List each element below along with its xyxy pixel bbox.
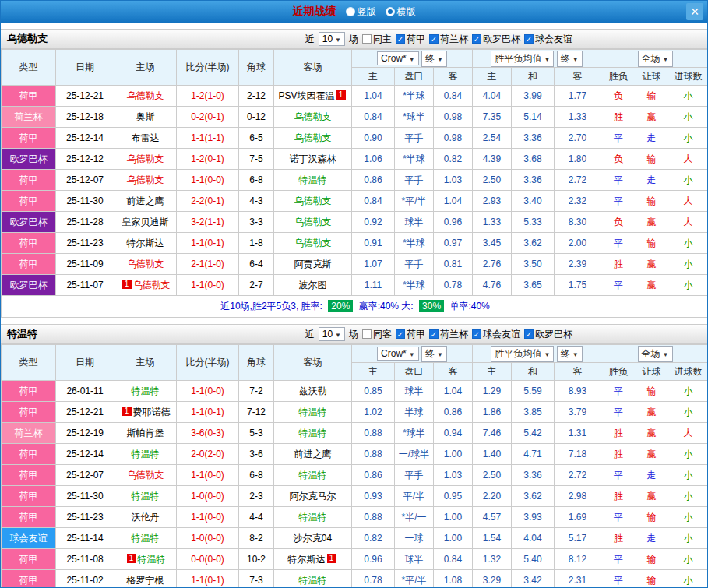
same-venue-filter[interactable]: 同主 — [362, 33, 392, 46]
bookmaker-select[interactable]: Crow*▼ — [377, 347, 419, 361]
home-team-name: 乌德勒支 — [133, 280, 171, 290]
ah-home-odds: 1.07 — [352, 254, 395, 275]
final-odds-select-2[interactable]: 终▼ — [557, 346, 583, 362]
fullmatch-select[interactable]: 全场▼ — [638, 346, 673, 362]
ah-line: 平/半 — [395, 486, 434, 507]
eu-draw-odds: 3.85 — [512, 402, 555, 423]
checkbox-checked-icon[interactable] — [472, 329, 481, 339]
league-filter[interactable]: 荷兰杯 — [429, 33, 468, 46]
col-header-eu-draw: 和 — [512, 363, 555, 381]
checkbox-checked-icon[interactable] — [524, 34, 534, 44]
layout-radio-vertical-label: 竖版 — [358, 5, 376, 19]
ah-away-odds: 0.81 — [434, 254, 473, 275]
date-cell: 25-12-14 — [56, 444, 114, 465]
ah-line: 球半 — [395, 381, 434, 402]
ah-away-odds: 0.78 — [434, 275, 473, 296]
chevron-down-icon: ▼ — [663, 351, 669, 358]
col-header-eu-away: 客 — [555, 68, 601, 86]
bookmaker-select[interactable]: Crow*▼ — [377, 51, 419, 65]
league-filter[interactable]: 球会友谊 — [524, 33, 572, 46]
away-cell: 波尔图 — [274, 275, 352, 296]
ah-home-odds: 0.91 — [352, 233, 395, 254]
final-odds-select-2[interactable]: 终▼ — [557, 51, 583, 67]
eu-away-odds: 2.98 — [555, 486, 601, 507]
away-team-name: 阿贾克斯 — [294, 259, 332, 269]
league-filter-label: 欧罗巴杯 — [483, 33, 520, 46]
checkbox-checked-icon[interactable] — [396, 34, 405, 44]
chevron-down-icon: ▼ — [572, 56, 579, 63]
checkbox-icon[interactable] — [362, 329, 372, 339]
date-cell: 25-11-14 — [56, 528, 114, 549]
checkbox-checked-icon[interactable] — [429, 34, 439, 44]
goals-result-cell: 大 — [667, 149, 708, 170]
final-odds-select[interactable]: 终▼ — [421, 51, 447, 67]
handicap-result-cell: 输 — [636, 570, 667, 588]
league-cell: 荷兰杯 — [2, 107, 56, 128]
close-button[interactable]: ✕ — [686, 3, 703, 20]
layout-radio-horizontal[interactable]: 横版 — [386, 5, 416, 19]
same-venue-filter[interactable]: 同客 — [362, 328, 392, 341]
layout-radio-vertical[interactable]: 竖版 — [346, 5, 376, 19]
league-cell: 欧罗巴杯 — [2, 212, 56, 233]
away-cell: 特温特 — [274, 170, 352, 191]
popup-title: 近期战绩 — [293, 5, 336, 19]
score-cell: 0-0(0-0) — [177, 549, 239, 570]
league-filter[interactable]: 荷甲 — [396, 33, 425, 46]
league-filter-label: 欧罗巴杯 — [535, 328, 572, 341]
europe-mean-select[interactable]: 胜平负均值▼ — [491, 51, 554, 67]
checkbox-checked-icon[interactable] — [429, 329, 439, 339]
league-cell: 荷兰杯 — [2, 423, 56, 444]
league-filter[interactable]: 欧罗巴杯 — [472, 33, 520, 46]
home-team-name: 乌德勒支 — [127, 470, 164, 481]
europe-odds-select-cell: 胜平负均值▼ 终▼ — [473, 50, 601, 68]
radio-icon[interactable] — [346, 7, 355, 16]
eu-home-odds: 4.04 — [473, 86, 512, 107]
league-filter[interactable]: 荷兰杯 — [429, 328, 468, 341]
match-count-select[interactable]: 10▼ — [319, 32, 345, 46]
chevron-down-icon: ▼ — [572, 351, 579, 358]
asian-odds-select-cell: Crow*▼ 终▼ — [352, 345, 473, 363]
handicap-result-cell: 走 — [636, 128, 667, 149]
checkbox-icon[interactable] — [362, 34, 372, 44]
red-card-badge: 1 — [336, 90, 346, 100]
eu-away-odds: 2.32 — [555, 191, 601, 212]
ah-home-odds: 0.96 — [352, 549, 395, 570]
away-team-name: 诺丁汉森林 — [290, 153, 336, 164]
league-filter[interactable]: 荷甲 — [396, 328, 425, 341]
away-team-name: PSV埃因霍温 — [278, 90, 334, 101]
league-filter-group: 荷甲荷兰杯球会友谊欧罗巴杯 — [396, 328, 572, 341]
match-row: 欧罗巴杯25-12-12乌德勒支1-2(0-1)7-5诺丁汉森林1.06*半球0… — [2, 149, 708, 170]
match-row: 荷甲25-12-07乌德勒支1-1(0-0)6-8特温特0.86平手1.032.… — [2, 465, 708, 486]
result-cell: 胜 — [601, 423, 636, 444]
home-cell: 奥斯 — [114, 107, 177, 128]
result-cell: 胜 — [601, 528, 636, 549]
home-cell: 乌德勒支 — [114, 465, 177, 486]
checkbox-checked-icon[interactable] — [472, 34, 481, 44]
league-filter[interactable]: 欧罗巴杯 — [524, 328, 572, 341]
home-cell: 皇家贝迪斯 — [114, 212, 177, 233]
league-cell: 荷甲 — [2, 191, 56, 212]
checkbox-checked-icon[interactable] — [524, 329, 534, 339]
match-count-select[interactable]: 10▼ — [319, 327, 345, 341]
radio-selected-icon[interactable] — [386, 7, 395, 16]
checkbox-checked-icon[interactable] — [396, 329, 405, 339]
eu-away-odds: 2.00 — [555, 233, 601, 254]
match-count-value: 10 — [322, 329, 333, 340]
eu-away-odds: 1.31 — [555, 423, 601, 444]
chevron-down-icon: ▼ — [544, 56, 550, 63]
league-filter[interactable]: 球会友谊 — [472, 328, 520, 341]
eu-draw-odds: 5.33 — [512, 212, 555, 233]
ah-home-odds: 0.88 — [352, 507, 395, 528]
ah-line: 平手 — [395, 254, 434, 275]
date-cell: 25-12-18 — [56, 107, 114, 128]
away-team-name: 特温特 — [299, 575, 327, 586]
ah-home-odds: 0.84 — [352, 107, 395, 128]
handicap-result-cell: 走 — [636, 465, 667, 486]
europe-mean-select[interactable]: 胜平负均值▼ — [491, 346, 554, 362]
score-cell: 1-1(0-0) — [177, 507, 239, 528]
final-odds-select[interactable]: 终▼ — [421, 346, 447, 362]
ah-line: *半球 — [395, 149, 434, 170]
fullmatch-select[interactable]: 全场▼ — [638, 51, 673, 67]
away-team-name: 特温特 — [299, 428, 327, 438]
date-cell: 26-01-11 — [56, 381, 114, 402]
